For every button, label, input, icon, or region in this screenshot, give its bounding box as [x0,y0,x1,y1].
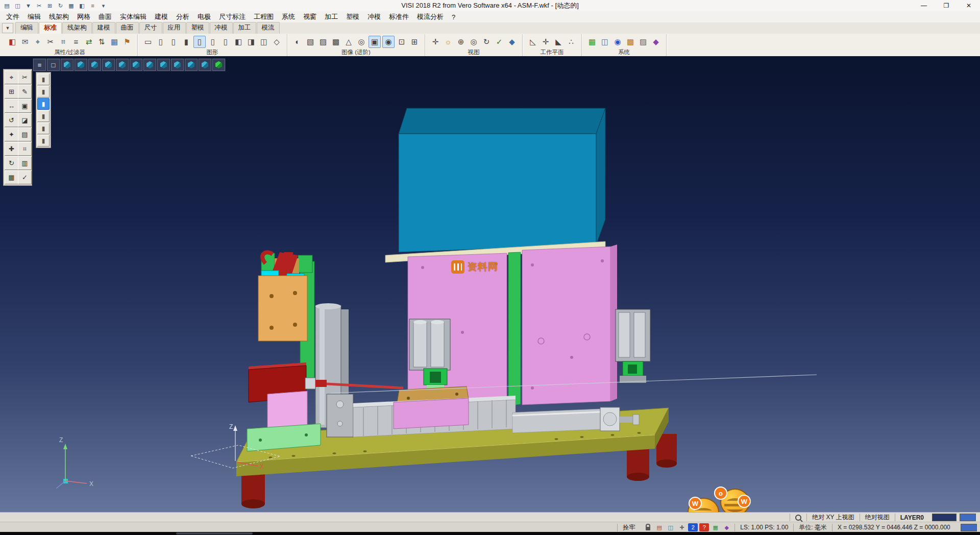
menu-item-drafting[interactable]: 工程图 [250,11,278,22]
snap-icon[interactable]: ⌖ [32,36,43,47]
view-iso4-icon[interactable] [185,59,198,71]
view-mode-segment[interactable]: 绝对 XY 上视图 [806,514,859,521]
ambient-icon[interactable]: ◎ [356,36,367,47]
half-shade-icon[interactable]: ◧ [233,36,244,47]
sketch-icon[interactable]: ✎ [18,85,32,99]
taskbar-peek-handle[interactable] [176,532,253,534]
menu-item-help[interactable]: ? [448,12,459,22]
color-swatch-primary[interactable] [932,514,957,521]
tab-standard[interactable]: 标准 [39,22,62,34]
snap-grid-icon[interactable]: ⊞ [5,85,18,99]
dual-view-icon[interactable]: ◫ [258,36,270,47]
wireframe-mode-icon[interactable]: ▭ [142,36,154,47]
mask-icon[interactable]: ✉ [19,36,31,47]
shaded-mode-icon[interactable]: ▯ [193,36,206,48]
swap-icon[interactable]: ⇄ [83,36,94,47]
workplane-origin-icon[interactable]: ✛ [540,36,551,47]
material-icon[interactable]: ▩ [330,36,341,47]
lock-segment[interactable]: 拴牢 [617,524,640,531]
menu-item-machining[interactable]: 加工 [321,11,342,22]
import-icon[interactable]: ▼ [23,2,33,10]
solid-mode-icon[interactable]: ▮ [181,36,192,47]
view-left-icon[interactable] [116,59,129,71]
shade-icon[interactable]: ◧ [77,2,87,10]
cylinder-mode-icon[interactable]: ▯ [155,36,166,47]
qat-dropdown-icon[interactable]: ▾ [99,2,108,10]
trim-icon[interactable]: ✂ [45,36,56,47]
zoom-in-icon[interactable]: ⊕ [455,36,467,47]
saved-views-icon[interactable]: ◆ [506,36,518,47]
redo-icon[interactable]: ↻ [56,2,65,10]
confirm-tool-icon[interactable]: ✓ [18,171,32,184]
view-back-icon[interactable] [130,59,142,71]
workplane-align-icon[interactable]: ◣ [553,36,564,47]
texture-icon[interactable]: ▧ [305,36,316,47]
filter-grid-icon[interactable]: ⌗ [58,36,69,47]
view-right-icon[interactable] [102,59,115,71]
window-status-icon[interactable]: ◫ [666,523,675,531]
shadow-icon[interactable]: ▨ [317,36,329,47]
menu-item-surface[interactable]: 曲面 [94,11,116,22]
taskbar-strip[interactable] [0,532,980,535]
zoom-fit-icon[interactable]: ◎ [468,36,479,47]
color-table-icon[interactable]: ▦ [586,36,598,47]
color-swatch-secondary[interactable] [960,514,976,521]
rotate-view-icon[interactable]: ↻ [481,36,492,47]
layer-segment[interactable]: LAYER0 [895,514,929,521]
tab-die[interactable]: 冲模 [210,22,233,34]
view-iso-icon[interactable] [61,59,74,71]
transparent-icon[interactable]: ▯ [220,36,231,47]
monitor-icon[interactable]: ◫ [599,36,610,47]
sort-icon[interactable]: ⇅ [96,36,107,47]
menu-item-moldflow[interactable]: 模流分析 [413,11,448,22]
view-bottom-icon[interactable] [143,59,156,71]
view-iso3-icon[interactable] [171,59,184,71]
pan-icon[interactable]: ✛ [430,36,441,47]
pattern-icon[interactable]: ▩ [625,36,636,47]
viewport[interactable]: Z X Z X ≡□ ⌖✂⊞✎↔▣↺◪✦▤✚⌗↻▥▦✓ ▮▮▮▮▮▮ 资料网 [0,56,980,512]
grid-tool-icon[interactable]: ▦ [5,171,18,184]
paste-icon[interactable]: ⊞ [45,2,55,10]
tab-overflow-button[interactable]: ▼ [2,23,13,33]
menu-item-mold[interactable]: 塑模 [342,11,363,22]
globe-icon[interactable]: ◉ [612,36,623,47]
open-file-icon[interactable]: ◫ [13,2,22,10]
filter-solid-icon[interactable]: ▮ [37,74,50,85]
view-top-icon[interactable] [75,59,87,71]
select-icon[interactable]: ⌖ [5,70,18,84]
tab-flow[interactable]: 模流 [257,22,280,34]
shade-tool-icon[interactable]: ▣ [18,99,32,113]
section-shade-icon[interactable]: ◨ [246,36,257,47]
hidden-line-icon[interactable]: ▯ [207,36,218,47]
menu-item-analysis[interactable]: 分析 [172,11,193,22]
filter-edge-icon[interactable]: ▮ [37,123,50,134]
trim-tool-icon[interactable]: ✂ [18,70,32,84]
tab-edit[interactable]: 编辑 [15,22,38,34]
view-iso2-icon[interactable] [157,59,170,71]
close-button[interactable]: ✕ [958,0,980,11]
accept-view-icon[interactable]: ✓ [494,36,505,47]
redo-view-icon[interactable]: ↻ [5,156,18,170]
layer-filter-icon[interactable]: ▦ [109,36,120,47]
plugin-icon[interactable]: ◆ [650,36,662,47]
menu-item-mesh[interactable]: 网格 [73,11,94,22]
tab-wireframe[interactable]: 线架构 [62,22,92,34]
grid-icon[interactable]: ▦ [66,2,76,10]
layer2-icon[interactable]: 2 [688,523,698,531]
render-icon[interactable]: ◐ [292,36,303,47]
minimize-button[interactable]: — [913,0,935,11]
layers-tool-icon[interactable]: ▤ [18,128,32,141]
attributes-icon[interactable]: ◧ [7,36,18,47]
hatch-icon[interactable]: ▨ [638,36,649,47]
tab-modeling[interactable]: 建模 [92,22,115,34]
tab-surface[interactable]: 曲面 [116,22,139,34]
view-menu-icon[interactable]: ≡ [33,59,46,71]
rotate-tool-icon[interactable]: ↺ [5,113,18,127]
menu-item-window[interactable]: 视窗 [299,11,321,22]
list-filter-icon[interactable]: ≡ [70,36,82,47]
hatch-tool-icon[interactable]: ▥ [18,156,32,170]
menu-item-die[interactable]: 冲模 [363,11,385,22]
menu-item-standard-parts[interactable]: 标准件 [385,11,413,22]
settings-status-icon[interactable]: ✚ [677,523,687,531]
viewport-canvas[interactable]: Z X Z X [0,56,980,512]
